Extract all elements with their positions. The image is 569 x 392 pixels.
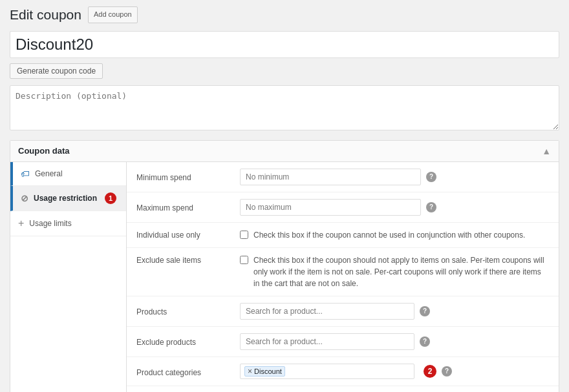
minimum-spend-label: Minimum spend: [136, 169, 240, 183]
categories-badge: 2: [424, 365, 436, 378]
discount-tag-label: Discount: [254, 367, 282, 375]
individual-use-desc: Check this box if the coupon cannot be u…: [253, 229, 525, 241]
maximum-spend-label: Maximum spend: [136, 199, 240, 214]
exclude-products-row: Exclude products ?: [127, 327, 559, 357]
maximum-spend-row: Maximum spend ?: [127, 192, 559, 223]
minimum-spend-row: Minimum spend ?: [127, 162, 559, 192]
tab-restriction-label: Usage restriction: [34, 194, 97, 203]
sidebar-tabs: 🏷 General ⊘ Usage restriction 1 + Usage …: [10, 162, 127, 392]
exclude-categories-row: Exclude categories ?: [127, 386, 559, 392]
individual-use-label: Individual use only: [136, 229, 240, 240]
content-area: Minimum spend ? Maximum spend ?: [127, 162, 559, 392]
restriction-tab-icon: ⊘: [21, 193, 28, 203]
products-row: Products ?: [127, 296, 559, 327]
product-categories-label: Product categories: [136, 364, 240, 378]
panel-title: Coupon data: [18, 146, 69, 156]
exclude-sale-label: Exclude sale items: [136, 254, 240, 265]
maximum-spend-input[interactable]: [240, 199, 421, 216]
generate-coupon-button[interactable]: Generate coupon code: [10, 63, 103, 79]
products-help-icon[interactable]: ?: [420, 306, 430, 316]
page-title: Edit coupon: [10, 7, 81, 23]
limits-tab-icon: +: [18, 218, 24, 229]
coupon-data-panel: Coupon data ▲ 🏷 General ⊘ Usage restrict…: [10, 140, 559, 392]
panel-header: Coupon data ▲: [10, 141, 559, 162]
tab-usage-restriction[interactable]: ⊘ Usage restriction 1: [10, 186, 126, 211]
tab-general-label: General: [35, 169, 63, 178]
exclude-sale-row: Exclude sale items Check this box if the…: [127, 248, 559, 296]
discount-tag: × Discount: [244, 366, 285, 377]
maximum-spend-wrap: ?: [240, 199, 549, 216]
tab-general[interactable]: 🏷 General: [10, 162, 126, 186]
maximum-spend-help-icon[interactable]: ?: [426, 202, 436, 212]
product-categories-help-icon[interactable]: ?: [442, 366, 452, 377]
products-search-input[interactable]: [240, 303, 414, 320]
general-tab-icon: 🏷: [21, 169, 30, 179]
product-categories-wrap: × Discount 2 ?: [240, 364, 549, 379]
product-categories-tag-input[interactable]: × Discount: [240, 364, 414, 379]
products-label: Products: [136, 303, 240, 318]
minimum-spend-input[interactable]: [240, 169, 421, 185]
collapse-icon[interactable]: ▲: [542, 146, 551, 156]
exclude-products-search-input[interactable]: [240, 333, 414, 350]
exclude-sale-wrap: Check this box if the coupon should not …: [240, 254, 549, 289]
discount-tag-remove[interactable]: ×: [248, 367, 252, 375]
product-categories-row: Product categories × Discount 2 ?: [127, 357, 559, 386]
description-textarea[interactable]: [10, 85, 559, 130]
individual-use-checkbox[interactable]: [240, 231, 248, 239]
individual-use-row: Individual use only Check this box if th…: [127, 223, 559, 248]
exclude-products-help-icon[interactable]: ?: [420, 336, 430, 347]
exclude-products-wrap: ?: [240, 333, 549, 350]
exclude-products-label: Exclude products: [136, 333, 240, 348]
panel-body: 🏷 General ⊘ Usage restriction 1 + Usage …: [10, 162, 559, 392]
page-header: Edit coupon Add coupon: [10, 6, 559, 23]
add-coupon-button[interactable]: Add coupon: [88, 6, 138, 23]
individual-use-wrap: Check this box if the coupon cannot be u…: [240, 229, 549, 241]
tab-usage-limits[interactable]: + Usage limits: [10, 211, 126, 236]
minimum-spend-help-icon[interactable]: ?: [426, 172, 436, 182]
exclude-sale-desc: Check this box if the coupon should not …: [253, 254, 549, 289]
coupon-name-input[interactable]: [10, 31, 559, 58]
tab-limits-label: Usage limits: [29, 219, 71, 228]
minimum-spend-wrap: ?: [240, 169, 549, 185]
restriction-badge: 1: [105, 192, 116, 204]
exclude-sale-checkbox[interactable]: [240, 256, 248, 264]
products-wrap: ?: [240, 303, 549, 320]
